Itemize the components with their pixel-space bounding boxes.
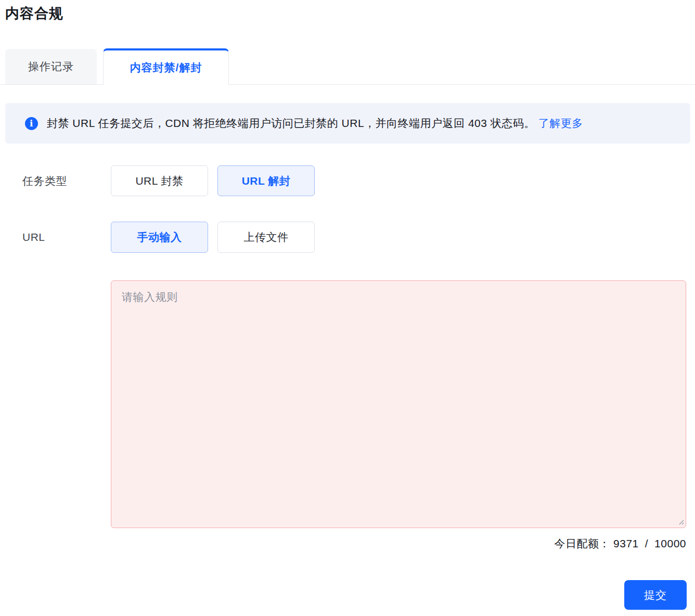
url-input-mode-row: URL 手动输入 上传文件 — [0, 222, 695, 253]
tab-label: 内容封禁/解封 — [130, 60, 202, 75]
content-compliance-page: 内容合规 操作记录 内容封禁/解封 i 封禁 URL 任务提交后，CDN 将拒绝… — [0, 4, 695, 610]
tab-label: 操作记录 — [28, 59, 74, 74]
url-label: URL — [0, 231, 111, 243]
rules-input[interactable] — [111, 280, 686, 528]
tab-operation-records[interactable]: 操作记录 — [5, 49, 97, 84]
submit-button[interactable]: 提交 — [624, 580, 687, 610]
tab-content-block-unblock[interactable]: 内容封禁/解封 — [103, 48, 229, 85]
quota-label: 今日配额： — [555, 537, 611, 549]
daily-quota: 今日配额：9371/10000 — [0, 536, 686, 551]
url-block-option-button[interactable]: URL 封禁 — [111, 165, 208, 196]
url-input-mode-options: 手动输入 上传文件 — [111, 222, 315, 253]
page-title: 内容合规 — [5, 4, 695, 23]
tab-bar: 操作记录 内容封禁/解封 — [0, 49, 695, 85]
task-type-row: 任务类型 URL 封禁 URL 解封 — [0, 165, 695, 196]
submit-row: 提交 — [0, 580, 687, 610]
task-type-options: URL 封禁 URL 解封 — [111, 165, 315, 196]
upload-file-option-button[interactable]: 上传文件 — [217, 222, 315, 253]
info-icon: i — [25, 117, 38, 130]
learn-more-link[interactable]: 了解更多 — [538, 116, 583, 131]
banner-text: 封禁 URL 任务提交后，CDN 将拒绝终端用户访问已封禁的 URL，并向终端用… — [47, 116, 535, 131]
info-banner: i 封禁 URL 任务提交后，CDN 将拒绝终端用户访问已封禁的 URL，并向终… — [5, 103, 690, 144]
quota-separator: / — [645, 537, 648, 549]
manual-input-option-button[interactable]: 手动输入 — [111, 222, 208, 253]
quota-total: 10000 — [654, 537, 686, 549]
url-unblock-option-button[interactable]: URL 解封 — [217, 165, 315, 196]
rules-input-wrap — [111, 280, 686, 528]
task-type-label: 任务类型 — [0, 174, 111, 188]
quota-used: 9371 — [613, 537, 639, 549]
